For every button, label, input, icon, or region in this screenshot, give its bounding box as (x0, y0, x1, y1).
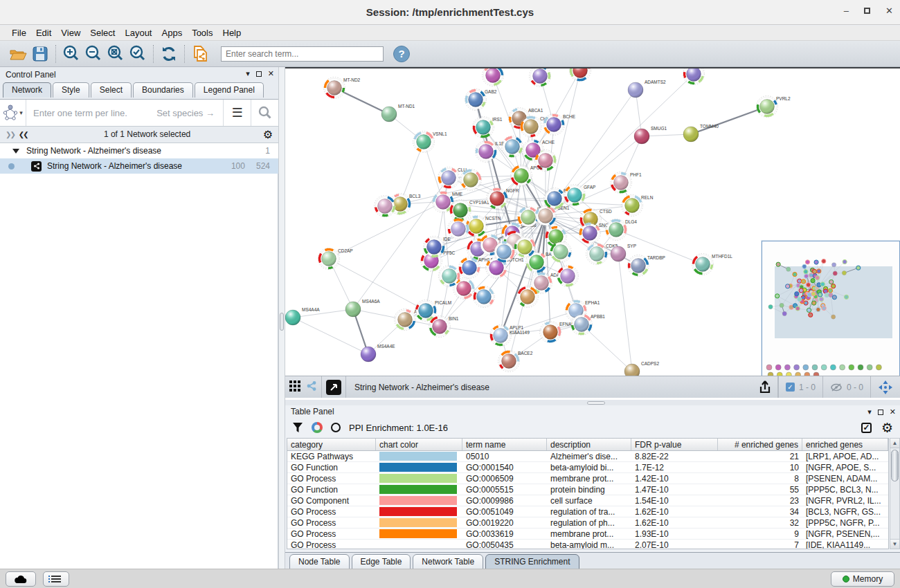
share-view-icon[interactable] (306, 380, 317, 394)
refresh-icon[interactable] (158, 44, 180, 64)
table-row[interactable]: GO ComponentGO:0009986cell surface1.54E-… (287, 495, 888, 506)
menu-item-view[interactable]: View (56, 26, 85, 39)
copy-network-icon[interactable] (189, 44, 211, 64)
network-node-mthfd1l[interactable]: MTHFD1L (692, 254, 733, 275)
navigator-icon[interactable] (870, 376, 900, 398)
zoom-out-icon[interactable] (82, 44, 105, 64)
network-node-reln[interactable]: RELN (622, 195, 654, 217)
column-header[interactable]: chart color (376, 439, 462, 450)
cloud-button[interactable] (6, 571, 36, 587)
float-panel-icon[interactable] (256, 71, 262, 77)
select-terms-icon[interactable]: ✓ (861, 423, 872, 433)
options-menu-icon[interactable]: ☰ (223, 100, 251, 126)
column-header[interactable]: enriched genes (802, 439, 888, 450)
network-tree-row[interactable]: String Network - Alzheimer's disease1 (0, 143, 278, 158)
help-icon[interactable]: ? (393, 46, 410, 62)
panel-menu-icon[interactable]: ▾ (246, 69, 250, 78)
tab-network-table[interactable]: Network Table (413, 554, 483, 569)
network-node-cadps2[interactable]: CADPS2 (624, 361, 659, 376)
tab-select[interactable]: Select (91, 82, 132, 98)
string-logo-icon[interactable]: ▾ (0, 100, 26, 126)
table-row[interactable]: GO ProcessGO:0006509membrane prot...1.42… (287, 473, 888, 484)
table-row[interactable]: GO ProcessGO:0051049regulation of tra...… (287, 506, 888, 517)
hidden-count-icon[interactable] (830, 383, 843, 392)
tab-edge-table[interactable]: Edge Table (352, 554, 411, 569)
splitter-grip[interactable] (280, 313, 284, 331)
network-node-ms4a6a[interactable]: MS4A6A (345, 299, 380, 317)
zoom-fit-icon[interactable] (105, 44, 127, 64)
string-query-input[interactable]: Enter one term per line. (26, 108, 156, 118)
save-session-button[interactable] (29, 44, 51, 64)
tab-style[interactable]: Style (53, 82, 89, 98)
memory-button[interactable]: Memory (831, 571, 894, 587)
network-tree-row[interactable]: String Network - Alzheimer's disease1005… (0, 158, 278, 174)
tab-network[interactable]: Network (3, 82, 51, 98)
column-header[interactable]: # enriched genes (718, 439, 802, 450)
filter-icon[interactable] (292, 421, 303, 434)
network-node[interactable] (683, 68, 705, 85)
search-input[interactable] (221, 46, 384, 62)
maximize-button[interactable] (864, 8, 870, 14)
network-node-efna5[interactable]: EFNA5 (540, 322, 575, 343)
tab-legend-panel[interactable]: Legend Panel (195, 82, 264, 98)
network-node-irs1[interactable]: IRS1 (473, 117, 503, 138)
chart-icon[interactable] (312, 422, 323, 433)
table-row[interactable]: GO ProcessGO:0033619membrane prot...1.93… (287, 529, 888, 540)
network-node[interactable] (570, 68, 591, 82)
network-node[interactable] (448, 219, 469, 240)
tab-node-table[interactable]: Node Table (289, 554, 350, 569)
network-node-cd2ap[interactable]: CD2AP (318, 248, 353, 270)
tab-boundaries[interactable]: Boundaries (133, 82, 193, 98)
network-canvas[interactable]: MT-ND2MT-ND1VSNL1GAB2IRS1ABCA1CHATBCHEIL… (285, 67, 900, 376)
network-node-gfap[interactable]: GFAP (564, 185, 596, 206)
table-close-panel-icon[interactable]: ✕ (890, 407, 896, 416)
column-header[interactable]: FDR p-value (631, 439, 718, 450)
network-node[interactable] (460, 169, 482, 191)
close-panel-icon[interactable]: ✕ (268, 69, 274, 78)
selected-count-icon[interactable]: ✓ (786, 383, 795, 392)
zoom-in-icon[interactable] (60, 44, 82, 64)
menu-item-layout[interactable]: Layout (120, 26, 156, 39)
network-node-tomm40[interactable]: TOMM40 (683, 124, 719, 142)
string-search-icon[interactable] (251, 100, 278, 126)
scroll-down-icon[interactable]: ▼ (890, 539, 899, 549)
task-list-button[interactable] (43, 571, 69, 587)
network-options-gear-icon[interactable]: ⚙ (263, 128, 273, 141)
menu-item-edit[interactable]: Edit (31, 26, 56, 39)
close-button[interactable]: ✕ (885, 6, 893, 16)
scrollbar-thumb[interactable] (891, 450, 899, 481)
network-node[interactable] (550, 241, 572, 263)
network-node[interactable] (530, 68, 551, 87)
network-node-adamts2[interactable]: ADAMTS2 (628, 80, 666, 98)
network-node-mt-nd2[interactable]: MT-ND2 (324, 77, 361, 99)
tab-string-enrichment[interactable]: STRING Enrichment (485, 554, 579, 569)
column-header[interactable]: term name (462, 439, 547, 450)
network-node-dlg4[interactable]: DLG4 (606, 219, 638, 241)
network-node-phf1[interactable]: PHF1 (611, 172, 642, 194)
table-row[interactable]: GO FunctionGO:0005515protein binding1.47… (287, 484, 888, 495)
ring-chart-icon[interactable] (331, 423, 341, 432)
network-node-tardbp[interactable]: TARDBP (628, 255, 665, 277)
horizontal-splitter-grip[interactable] (587, 401, 605, 405)
network-node-mt-nd1[interactable]: MT-ND1 (381, 104, 415, 122)
menu-item-tools[interactable]: Tools (187, 26, 217, 39)
network-node-apbb1[interactable]: APBB1 (571, 314, 606, 336)
network-node[interactable] (474, 286, 495, 308)
column-header[interactable]: category (287, 439, 376, 450)
table-settings-gear-icon[interactable]: ⚙ (881, 420, 893, 436)
expand-all-icon[interactable]: ❮❮ (19, 131, 28, 138)
open-session-button[interactable] (7, 44, 29, 64)
collapse-all-icon[interactable]: ❯❯ (6, 131, 15, 138)
network-node-pvrl2[interactable]: PVRL2 (757, 96, 791, 118)
table-scrollbar[interactable]: ▲ ▼ (890, 438, 900, 549)
network-node-bace2[interactable]: BACE2 (498, 351, 533, 372)
zoom-selected-icon[interactable] (127, 44, 149, 64)
network-node[interactable] (517, 286, 539, 308)
menu-item-apps[interactable]: Apps (157, 26, 188, 39)
minimize-button[interactable]: – (844, 6, 849, 16)
table-row[interactable]: KEGG Pathways05010Alzheimer's dise...8.8… (287, 451, 888, 462)
menu-item-help[interactable]: Help (218, 26, 246, 39)
grid-view-icon[interactable] (289, 380, 300, 394)
network-node[interactable] (483, 68, 504, 86)
export-network-icon[interactable] (754, 376, 778, 398)
